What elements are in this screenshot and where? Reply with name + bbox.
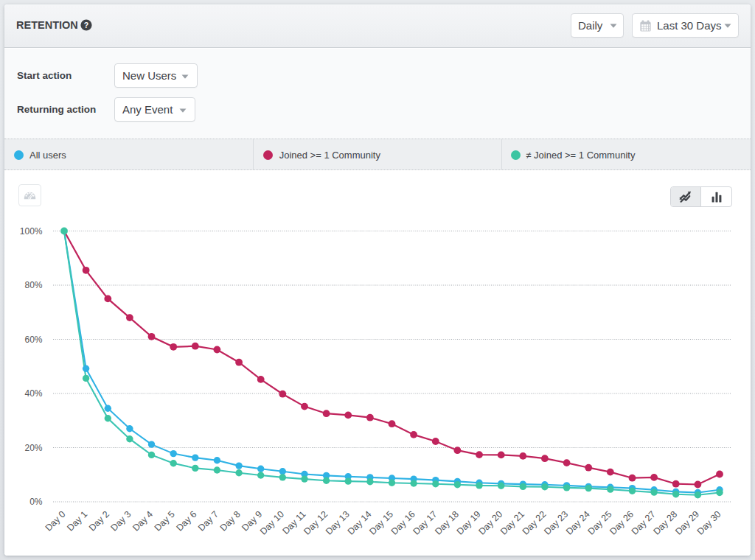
svg-text:Day 20: Day 20 bbox=[476, 509, 504, 537]
svg-text:Day 4: Day 4 bbox=[131, 509, 155, 533]
svg-text:Day 26: Day 26 bbox=[608, 509, 636, 537]
svg-text:Day 6: Day 6 bbox=[174, 509, 198, 533]
svg-text:Day 10: Day 10 bbox=[258, 509, 286, 537]
svg-text:Day 29: Day 29 bbox=[673, 509, 701, 537]
svg-text:60%: 60% bbox=[24, 335, 42, 345]
svg-text:Day 15: Day 15 bbox=[367, 509, 395, 537]
svg-text:Day 24: Day 24 bbox=[564, 509, 592, 537]
svg-text:40%: 40% bbox=[24, 388, 42, 399]
svg-text:Day 25: Day 25 bbox=[586, 509, 614, 537]
svg-text:Day 17: Day 17 bbox=[411, 509, 439, 537]
svg-text:Day 0: Day 0 bbox=[44, 509, 68, 533]
svg-text:Day 8: Day 8 bbox=[218, 509, 243, 533]
svg-text:Day 30: Day 30 bbox=[695, 509, 723, 537]
svg-text:Day 3: Day 3 bbox=[109, 509, 133, 533]
svg-text:Day 14: Day 14 bbox=[346, 509, 374, 537]
svg-text:80%: 80% bbox=[24, 280, 42, 290]
svg-text:Day 21: Day 21 bbox=[498, 509, 526, 537]
svg-text:?: ? bbox=[84, 21, 88, 29]
svg-text:Day 16: Day 16 bbox=[389, 509, 417, 537]
svg-text:Day 13: Day 13 bbox=[324, 509, 352, 537]
svg-text:Day 22: Day 22 bbox=[521, 509, 549, 537]
svg-text:Day 2: Day 2 bbox=[87, 509, 111, 533]
svg-text:100%: 100% bbox=[20, 226, 43, 237]
svg-text:Day 7: Day 7 bbox=[196, 509, 220, 533]
svg-text:0%: 0% bbox=[29, 497, 43, 507]
svg-text:Day 27: Day 27 bbox=[630, 509, 658, 537]
svg-text:Day 18: Day 18 bbox=[433, 509, 461, 537]
svg-text:Day 5: Day 5 bbox=[153, 509, 177, 533]
svg-text:Day 19: Day 19 bbox=[455, 509, 483, 537]
svg-text:Day 1: Day 1 bbox=[65, 509, 89, 533]
svg-text:Day 23: Day 23 bbox=[542, 509, 570, 537]
svg-text:Day 28: Day 28 bbox=[651, 509, 679, 537]
svg-text:20%: 20% bbox=[24, 443, 42, 453]
svg-text:Day 12: Day 12 bbox=[302, 509, 330, 537]
